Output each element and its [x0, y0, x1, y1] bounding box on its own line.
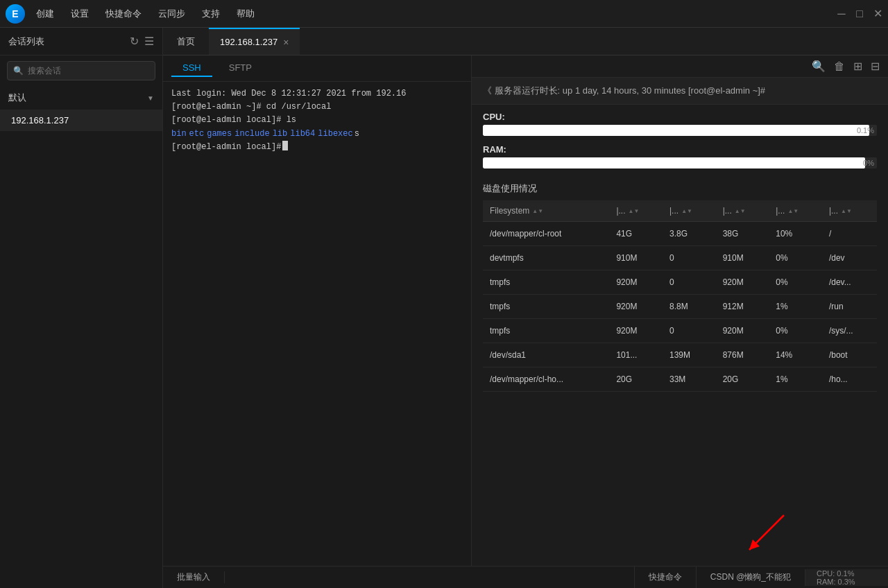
monitor-pane: 🔍 🗑 ⊞ ⊟ 《 服务器运行时长: up 1 day, 14 hours, 3…: [472, 55, 888, 566]
sidebar-header: 会话列表 ↻ ☰: [0, 28, 162, 55]
th-mount[interactable]: |... ▲▼: [822, 200, 877, 222]
minimize-button[interactable]: ─: [837, 9, 846, 19]
cell-mount: /run: [822, 295, 877, 319]
table-row: tmpfs920M8.8M912M1%/run: [483, 295, 877, 319]
menu-shortcuts[interactable]: 快捷命令: [105, 5, 142, 23]
tab-active[interactable]: 192.168.1.237 ×: [209, 28, 300, 55]
cpu-bar-container: 0.1%: [483, 125, 877, 136]
terminal-output[interactable]: Last login: Wed Dec 8 12:31:27 2021 from…: [163, 82, 471, 566]
batch-input-button[interactable]: 批量输入: [163, 571, 225, 583]
terminal-ls-lib64: lib64: [290, 128, 315, 141]
search-monitor-icon[interactable]: 🔍: [812, 60, 826, 73]
grid-icon[interactable]: ⊞: [853, 60, 862, 73]
disk-table: Filesystem ▲▼ |... ▲▼: [483, 200, 877, 392]
uptime-bar: 《 服务器运行时长: up 1 day, 14 hours, 30 minute…: [472, 78, 888, 105]
cpu-value: 0.1%: [857, 126, 874, 135]
cell-use_pct: 0%: [769, 319, 822, 343]
disk-title: 磁盘使用情况: [483, 182, 877, 195]
search-icon: 🔍: [13, 66, 24, 76]
cell-use_pct: 0%: [769, 270, 822, 295]
terminal-ls-libexec: libexec: [318, 128, 352, 141]
titlebar: E 创建 设置 快捷命令 云同步 支持 帮助 ─ □ ✕: [0, 0, 888, 28]
cell-size: 920M: [609, 270, 663, 295]
cell-avail: 920M: [716, 319, 769, 343]
terminal-pane: SSH SFTP Last login: Wed Dec 8 12:31:27 …: [163, 55, 472, 566]
delete-icon[interactable]: 🗑: [834, 60, 845, 73]
cell-avail: 920M: [716, 270, 769, 295]
status-ram: RAM: 0.3%: [817, 578, 877, 586]
cell-size: 20G: [609, 368, 663, 392]
cell-mount: /dev: [822, 246, 877, 270]
cell-filesystem: tmpfs: [483, 295, 609, 319]
cpu-bar-fill: [483, 125, 869, 136]
terminal-line: [root@el-admin local]# ls: [171, 114, 463, 127]
th-size[interactable]: |... ▲▼: [609, 200, 663, 222]
tab-ssh[interactable]: SSH: [171, 60, 212, 77]
cell-mount: /dev...: [822, 270, 877, 295]
menu-icon[interactable]: ☰: [144, 35, 154, 48]
quick-cmd-button[interactable]: 快捷命令: [634, 567, 696, 589]
tab-home[interactable]: 首页: [163, 28, 209, 55]
cell-used: 8.8M: [663, 295, 716, 319]
ram-value: 0%: [863, 159, 874, 167]
split-pane: SSH SFTP Last login: Wed Dec 8 12:31:27 …: [163, 55, 888, 566]
cell-size: 41G: [609, 222, 663, 246]
cell-used: 33M: [663, 368, 716, 392]
content-area: 首页 192.168.1.237 × SSH SFTP Last login: …: [163, 28, 888, 588]
menu-sync[interactable]: 云同步: [158, 5, 185, 23]
refresh-icon[interactable]: ↻: [130, 35, 139, 48]
menu-create[interactable]: 创建: [36, 5, 54, 23]
terminal-line: [root@el-admin ~]# cd /usr/local: [171, 101, 463, 114]
cell-use_pct: 14%: [769, 343, 822, 368]
th-avail[interactable]: |... ▲▼: [716, 200, 769, 222]
cell-avail: 20G: [716, 368, 769, 392]
table-row: /dev/mapper/cl-root41G3.8G38G10%/: [483, 222, 877, 246]
table-row: tmpfs920M0920M0%/dev...: [483, 270, 877, 295]
terminal-line: bin etc games include lib lib64 libexec: [171, 128, 463, 141]
search-input[interactable]: [28, 66, 149, 76]
terminal-ls-lib: lib: [273, 128, 288, 141]
monitor-toolbar: 🔍 🗑 ⊞ ⊟: [472, 55, 888, 78]
menu-settings[interactable]: 设置: [71, 5, 89, 23]
table-row: devtmpfs910M0910M0%/dev: [483, 246, 877, 270]
status-right: 快捷命令 CSDN @懒狗_不能犯 CPU: 0.1% RAM: 0.3%: [634, 567, 888, 589]
status-info: CPU: 0.1% RAM: 0.3%: [805, 569, 888, 586]
cell-avail: 876M: [716, 343, 769, 368]
maximize-button[interactable]: □: [855, 9, 864, 19]
cell-use_pct: 1%: [769, 368, 822, 392]
th-use-pct[interactable]: |... ▲▼: [769, 200, 822, 222]
cell-filesystem: tmpfs: [483, 319, 609, 343]
layout-icon[interactable]: ⊟: [871, 60, 880, 73]
cell-size: 101...: [609, 343, 663, 368]
cell-size: 920M: [609, 295, 663, 319]
th-filesystem[interactable]: Filesystem ▲▼: [483, 200, 609, 222]
terminal-cursor: [282, 141, 288, 150]
sidebar: 会话列表 ↻ ☰ 🔍 默认 ▼ 192.168.1.237: [0, 28, 163, 588]
window-controls: ─ □ ✕: [837, 9, 882, 19]
cell-filesystem: /dev/mapper/cl-root: [483, 222, 609, 246]
terminal-ls-include: include: [234, 128, 269, 141]
cell-used: 0: [663, 319, 716, 343]
default-group-label: 默认: [8, 92, 142, 104]
menu-help[interactable]: 帮助: [237, 5, 255, 23]
ram-metric: RAM: 0%: [483, 144, 877, 168]
table-row: /dev/sda1101...139M876M14%/boot: [483, 343, 877, 368]
tab-close-icon[interactable]: ×: [283, 37, 289, 47]
terminal-text: Last login: Wed Dec 8 12:31:27 2021 from…: [171, 87, 406, 101]
cell-mount: /boot: [822, 343, 877, 368]
cpu-metric: CPU: 0.1%: [483, 112, 877, 136]
cell-filesystem: devtmpfs: [483, 246, 609, 270]
menu-support[interactable]: 支持: [202, 5, 220, 23]
cpu-label: CPU:: [483, 112, 877, 122]
chevron-down-icon: ▼: [147, 94, 154, 102]
session-item[interactable]: 192.168.1.237: [0, 110, 162, 131]
default-group[interactable]: 默认 ▼: [0, 86, 162, 110]
terminal-subtabs: SSH SFTP: [163, 55, 471, 82]
th-used[interactable]: |... ▲▼: [663, 200, 716, 222]
cell-avail: 912M: [716, 295, 769, 319]
cell-mount: /: [822, 222, 877, 246]
tab-sftp[interactable]: SFTP: [218, 60, 263, 77]
close-button[interactable]: ✕: [873, 9, 882, 19]
cell-used: 0: [663, 270, 716, 295]
cell-avail: 910M: [716, 246, 769, 270]
